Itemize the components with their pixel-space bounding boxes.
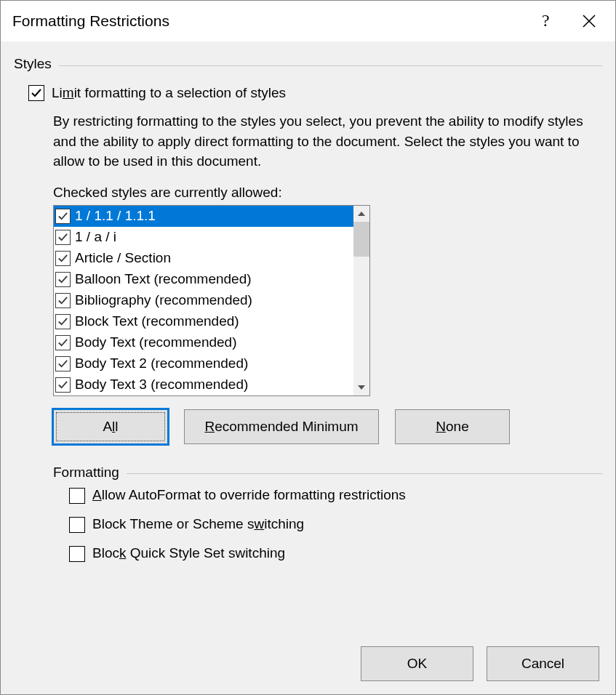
scroll-thumb[interactable] (353, 222, 369, 257)
close-button[interactable] (567, 4, 611, 39)
dialog-title: Formatting Restrictions (12, 12, 524, 30)
style-item-label: Body Text (recommended) (75, 334, 236, 350)
block-quickstyle-label: Block Quick Style Set switching (92, 546, 285, 561)
limit-formatting-checkbox-row[interactable]: Limit formatting to a selection of style… (28, 85, 602, 101)
style-item-label: Body Text 2 (recommended) (75, 355, 248, 371)
allow-autoformat-label: Allow AutoFormat to override formatting … (92, 488, 406, 503)
styles-description: By restricting formatting to the styles … (53, 111, 602, 172)
formatting-restrictions-dialog: Formatting Restrictions ? Styles Limit f… (0, 0, 616, 695)
recommended-minimum-button[interactable]: Recommended Minimum (184, 409, 379, 444)
block-theme-label: Block Theme or Scheme switching (92, 517, 304, 532)
style-item-label: Body Text 3 (recommended) (75, 377, 248, 393)
block-quickstyle-checkbox[interactable] (69, 546, 85, 562)
style-item-checkbox[interactable] (55, 251, 71, 266)
svg-text:?: ? (542, 12, 550, 30)
block-quickstyle-row[interactable]: Block Quick Style Set switching (69, 546, 602, 562)
formatting-heading: Formatting (14, 465, 602, 481)
titlebar: Formatting Restrictions ? (1, 1, 615, 41)
style-item[interactable]: 1 / 1.1 / 1.1.1 (54, 206, 353, 227)
scroll-up-button[interactable] (353, 206, 369, 222)
allowed-styles-label: Checked styles are currently allowed: (53, 185, 602, 201)
styles-listbox[interactable]: 1 / 1.1 / 1.1.11 / a / iArticle / Sectio… (53, 205, 370, 396)
none-button[interactable]: None (395, 409, 510, 444)
style-item-checkbox[interactable] (55, 209, 71, 224)
block-theme-row[interactable]: Block Theme or Scheme switching (69, 517, 602, 533)
style-item-label: Block Text (recommended) (75, 313, 239, 329)
style-item[interactable]: Article / Section (54, 248, 353, 269)
style-item[interactable]: Block Text (recommended) (54, 311, 353, 332)
style-item-label: 1 / a / i (75, 229, 116, 245)
style-item-checkbox[interactable] (55, 272, 71, 287)
style-item-checkbox[interactable] (55, 335, 71, 350)
style-item[interactable]: Body Text 2 (recommended) (54, 353, 353, 374)
scrollbar[interactable] (353, 206, 369, 395)
ok-button[interactable]: OK (361, 646, 473, 681)
style-item-checkbox[interactable] (55, 377, 71, 393)
style-item-label: Article / Section (75, 250, 171, 266)
dialog-footer: OK Cancel (14, 646, 602, 681)
style-item-checkbox[interactable] (55, 230, 71, 245)
limit-formatting-checkbox[interactable] (28, 85, 44, 101)
cancel-button[interactable]: Cancel (487, 646, 599, 681)
style-item[interactable]: Body Text (recommended) (54, 332, 353, 353)
formatting-heading-label: Formatting (14, 465, 127, 481)
scroll-down-button[interactable] (353, 379, 369, 395)
styles-heading-label: Styles (14, 56, 59, 72)
style-item[interactable]: 1 / a / i (54, 227, 353, 248)
dialog-body: Styles Limit formatting to a selection o… (1, 41, 615, 694)
styles-list[interactable]: 1 / 1.1 / 1.1.11 / a / iArticle / Sectio… (54, 206, 353, 395)
limit-formatting-label: Limit formatting to a selection of style… (52, 86, 286, 101)
divider (59, 65, 602, 66)
style-item-checkbox[interactable] (55, 314, 71, 329)
style-item-checkbox[interactable] (55, 356, 71, 371)
style-item-label: Bibliography (recommended) (75, 292, 252, 308)
style-item-label: Balloon Text (recommended) (75, 271, 252, 287)
style-item[interactable]: Bibliography (recommended) (54, 290, 353, 311)
allow-autoformat-row[interactable]: Allow AutoFormat to override formatting … (69, 488, 602, 504)
block-theme-checkbox[interactable] (69, 517, 85, 533)
style-item-checkbox[interactable] (55, 293, 71, 308)
allow-autoformat-checkbox[interactable] (69, 488, 85, 504)
style-select-buttons: All Recommended Minimum None (53, 409, 602, 444)
help-button[interactable]: ? (524, 4, 567, 39)
divider (127, 473, 602, 474)
styles-heading: Styles (14, 56, 602, 72)
scroll-track[interactable] (353, 222, 369, 379)
style-item[interactable]: Balloon Text (recommended) (54, 269, 353, 290)
all-button[interactable]: All (53, 409, 168, 444)
style-item-label: 1 / 1.1 / 1.1.1 (75, 208, 156, 224)
style-item[interactable]: Body Text 3 (recommended) (54, 374, 353, 395)
